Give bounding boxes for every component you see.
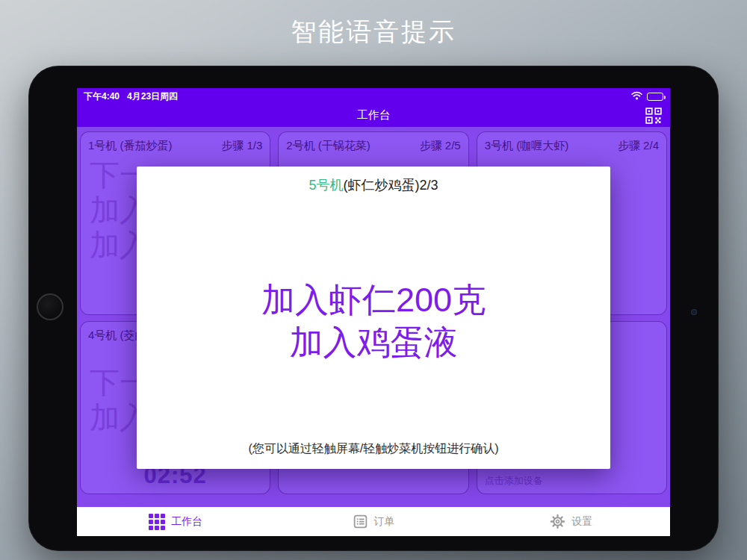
machine-step: 步骤 1/3 <box>221 139 262 153</box>
nav-title: 工作台 <box>77 108 670 122</box>
wifi-icon <box>631 91 642 102</box>
tab-workbench[interactable]: 工作台 <box>77 507 275 536</box>
add-device-label: 点击添加设备 <box>485 474 543 488</box>
instruction-line-2: 加入鸡蛋液 <box>290 322 458 364</box>
machine-step: 步骤 2/4 <box>618 139 659 153</box>
ipad-frame: 下午4:404月23日周四 工 <box>28 66 719 551</box>
modal-instructions: 加入虾仁200克 加入鸡蛋液 <box>261 194 486 449</box>
screenshot-stage: 智能语音提示 下午4:404月23日周四 <box>0 0 747 560</box>
nav-bar: 工作台 <box>77 105 670 127</box>
machine-step: 步骤 2/5 <box>420 139 461 153</box>
voice-prompt-modal[interactable]: 5号机(虾仁炒鸡蛋)2/3 加入虾仁200克 加入鸡蛋液 (您可以通过轻触屏幕/… <box>137 167 610 469</box>
tab-orders[interactable]: 订单 <box>275 507 473 536</box>
status-bar: 下午4:404月23日周四 <box>77 88 670 105</box>
machine-label: 3号机 (咖喱大虾) <box>485 139 569 153</box>
modal-title: 5号机(虾仁炒鸡蛋)2/3 <box>309 176 438 194</box>
grid-icon <box>149 514 165 530</box>
page-title: 智能语音提示 <box>0 15 747 49</box>
status-right <box>631 91 663 102</box>
modal-confirm-hint: (您可以通过轻触屏幕/轻触炒菜机按钮进行确认) <box>137 441 610 457</box>
status-left: 下午4:404月23日周四 <box>84 90 185 103</box>
status-time: 下午4:40 <box>84 91 120 102</box>
status-date: 4月23日周四 <box>127 91 178 102</box>
gear-icon <box>550 514 565 529</box>
tab-bar: 工作台 <box>77 507 670 536</box>
tab-label: 工作台 <box>171 515 202 529</box>
instruction-line-1: 加入虾仁200克 <box>261 279 486 322</box>
tab-settings[interactable]: 设置 <box>472 507 670 536</box>
home-button <box>37 293 63 320</box>
tab-label: 订单 <box>374 515 395 529</box>
order-list-icon <box>353 514 368 529</box>
tab-label: 设置 <box>571 515 592 529</box>
machine-label: 1号机 (番茄炒蛋) <box>88 139 173 153</box>
app-screen: 下午4:404月23日周四 工 <box>77 88 670 536</box>
camera-icon <box>691 309 697 315</box>
machine-label: 2号机 (干锅花菜) <box>286 139 371 153</box>
qr-scan-icon[interactable] <box>645 108 662 124</box>
battery-icon <box>647 93 663 101</box>
modal-machine-name: 5号机 <box>309 178 343 193</box>
modal-dish-step: (虾仁炒鸡蛋)2/3 <box>344 178 438 193</box>
